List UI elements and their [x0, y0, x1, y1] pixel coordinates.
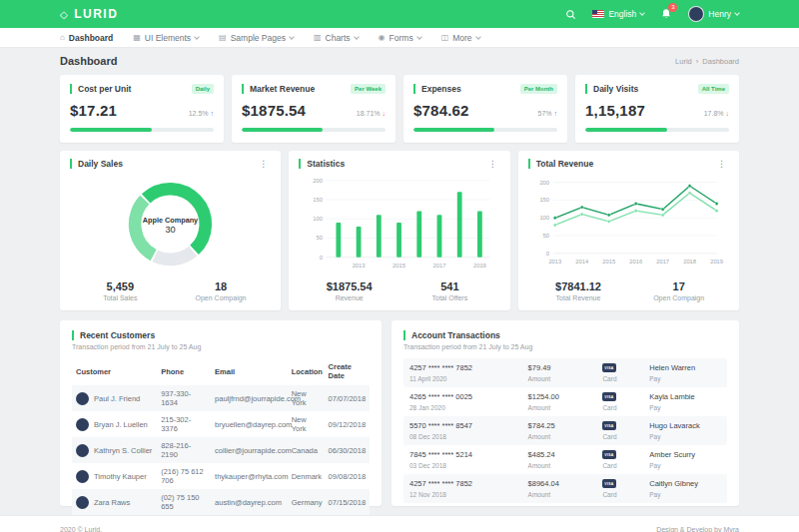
breadcrumb-root[interactable]: Lurid — [675, 57, 692, 66]
stat-value: 1,15,187 — [585, 102, 645, 119]
user-menu[interactable]: Henry — [688, 6, 739, 22]
kebab-menu-icon[interactable]: ⋮ — [714, 159, 729, 170]
stat-progress-fill — [585, 128, 667, 132]
bar-3 — [397, 223, 401, 258]
svg-text:30: 30 — [166, 225, 176, 235]
transaction-payer-name: Hugo Lavarack — [649, 421, 721, 430]
svg-text:2013: 2013 — [549, 259, 562, 265]
transaction-date: 11 April 2020 — [409, 375, 528, 382]
chevron-down-icon — [354, 34, 360, 40]
notifications-button[interactable]: 3 — [660, 8, 672, 20]
customer-cell: Kathryn S. Collier — [76, 444, 153, 457]
chart-body: Apple Company30 — [70, 170, 271, 278]
customers-table-body: Paul J. Friend937-330-1634pauljfrnd@jour… — [72, 385, 370, 515]
chart-body: 0501001502002013201420152016201720182019 — [528, 170, 729, 278]
chart-card-total-revenue: Total Revenue⋮05010015020020132014201520… — [518, 151, 739, 310]
customer-location: Germany — [288, 489, 325, 515]
column-header-location: Location — [288, 358, 325, 385]
chart-stat-value: $1875.54 — [299, 280, 400, 292]
customer-create-date: 07/07/2018 — [325, 385, 370, 411]
customer-email: austin@dayrep.com — [211, 489, 288, 515]
stat-progress-bar — [585, 128, 729, 132]
transactions-list: 4257 **** **** 785211 April 2020$79.49Am… — [403, 358, 727, 503]
transaction-row: 4265 **** **** 002528 Jan 2020$1254.00Am… — [403, 387, 727, 416]
transaction-amount: $8964.04 — [528, 479, 603, 488]
customer-email: thykauper@rhyta.com — [211, 463, 288, 489]
stat-change: 18.71% ↓ — [357, 110, 386, 117]
recent-customers-card: Recent Customers Transaction period from… — [60, 320, 382, 506]
nav-item-sample-pages[interactable]: ▤Sample Pages — [219, 33, 294, 43]
chart-title: Statistics — [299, 159, 345, 169]
svg-text:150: 150 — [540, 197, 550, 203]
svg-text:50: 50 — [543, 233, 549, 239]
credit-text: Design & Develop by Myra — [656, 526, 739, 532]
stat-period-badge: All Time — [698, 84, 729, 94]
svg-text:Apple Company: Apple Company — [143, 216, 198, 225]
transaction-row: 4257 **** **** 785212 Nov 2018$8964.04Am… — [403, 474, 727, 503]
customer-avatar — [76, 444, 89, 457]
page-title: Dashboard — [60, 55, 117, 67]
customer-create-date: 09/08/2018 — [325, 463, 370, 489]
nav-item-dashboard[interactable]: ⌂Dashboard — [60, 33, 113, 43]
transaction-pay-label: Pay — [649, 375, 721, 382]
visa-card-icon: VISA — [602, 450, 616, 459]
kebab-menu-icon[interactable]: ⋮ — [485, 159, 500, 170]
navbar: ⌂Dashboard▦UI Elements▤Sample Pages▥Char… — [0, 28, 799, 48]
transaction-amount: $1254.00 — [528, 392, 603, 401]
grid-icon: ▦ — [133, 33, 141, 42]
chevron-down-icon — [416, 34, 422, 40]
stat-card-title: Daily Visits — [585, 84, 638, 94]
transaction-payer-name: Kayla Lambie — [649, 392, 721, 401]
transaction-card-label: Card — [602, 433, 649, 440]
transaction-amount: $784.25 — [528, 421, 603, 430]
language-selector[interactable]: English — [592, 9, 644, 19]
table-row: Paul J. Friend937-330-1634pauljfrnd@jour… — [72, 385, 370, 411]
app-logo[interactable]: ◇ LURID — [60, 7, 118, 21]
column-header-email: Email — [211, 358, 288, 385]
nav-item-ui-elements[interactable]: ▦UI Elements — [133, 33, 199, 43]
logo-diamond-icon: ◇ — [60, 9, 69, 20]
transaction-amount-label: Amount — [528, 404, 603, 411]
stat-card-title: Expenses — [413, 84, 461, 94]
stat-progress-fill — [413, 128, 494, 132]
column-header-create-date: Create Date — [325, 358, 370, 385]
search-button[interactable] — [565, 9, 576, 20]
transaction-payer-name: Amber Scurry — [649, 450, 721, 459]
chevron-down-icon — [194, 34, 200, 40]
stat-change: 57% ↑ — [538, 110, 557, 117]
customer-location: Canada — [288, 437, 325, 463]
chevron-down-icon — [289, 34, 295, 40]
page-head: Dashboard Lurid › Dashboard — [60, 55, 739, 67]
customers-table-header: CustomerPhoneEmailLocationCreate Date — [72, 358, 370, 385]
more-icon: ◫ — [441, 33, 449, 42]
customer-cell: Timothy Kauper — [76, 470, 153, 483]
nav-item-forms[interactable]: ◉Forms — [379, 33, 421, 43]
chart-stat-total-offers: 541Total Offers — [400, 280, 500, 301]
table-row: Bryan J. Luellen215-302-3376bryuellen@da… — [72, 411, 370, 437]
customer-name: Bryan J. Luellen — [94, 420, 148, 429]
language-label: English — [608, 9, 636, 19]
customer-create-date: 07/15/2018 — [325, 489, 370, 515]
stat-change: 17.8% ↓ — [704, 110, 729, 117]
transaction-amount-label: Amount — [528, 375, 603, 382]
chart-stat-value: 5,459 — [70, 280, 171, 292]
kebab-menu-icon[interactable]: ⋮ — [256, 159, 271, 170]
stat-value: $1875.54 — [242, 102, 306, 119]
customer-email: pauljfrnd@jourrapide.com — [211, 385, 288, 411]
svg-text:0: 0 — [546, 251, 549, 257]
donut-segment-light-green — [135, 200, 154, 255]
chart-stat-revenue: $1875.54Revenue — [299, 280, 400, 301]
arrow-down-icon: ↓ — [383, 110, 387, 117]
transaction-card-number: 7845 **** **** 5214 — [409, 450, 528, 459]
form-icon: ◉ — [379, 33, 386, 42]
customer-phone: (216) 75 612 706 — [157, 463, 211, 489]
customer-cell: Bryan J. Luellen — [76, 418, 153, 431]
nav-item-more[interactable]: ◫More — [441, 33, 480, 43]
svg-text:2015: 2015 — [603, 259, 616, 265]
bar-4 — [416, 211, 421, 257]
svg-text:2015: 2015 — [393, 263, 405, 268]
table-row: Zara Raws(02) 75 150 655austin@dayrep.co… — [72, 489, 370, 515]
transaction-card-label: Card — [602, 462, 649, 469]
svg-text:50: 50 — [317, 235, 323, 241]
nav-item-charts[interactable]: ▥Charts — [314, 33, 359, 43]
